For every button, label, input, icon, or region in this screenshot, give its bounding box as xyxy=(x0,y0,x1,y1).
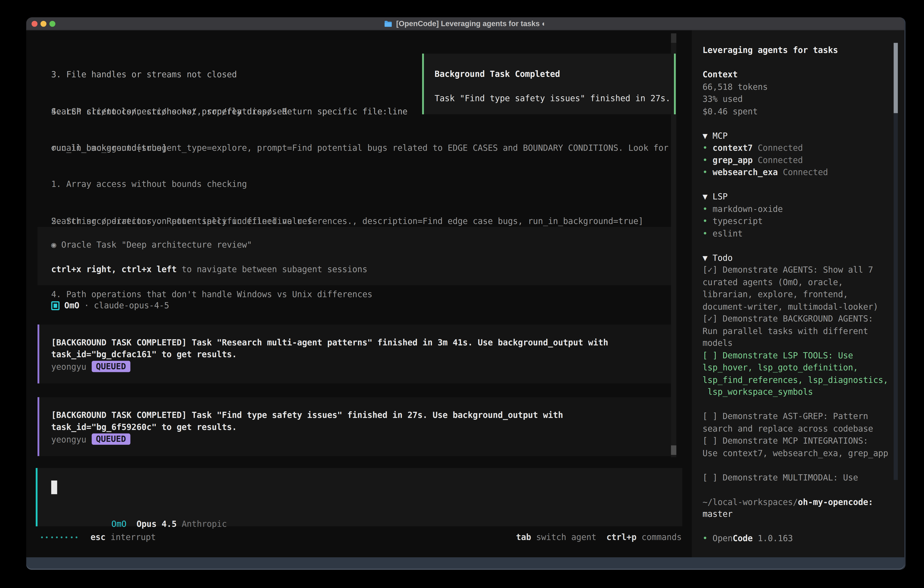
tool-call-item: 1. Array access without bounds checking xyxy=(51,178,668,190)
context-tokens: 66,518 tokens xyxy=(703,81,893,93)
tool-call-head: call_omo_agent [subagent_type=explore, p… xyxy=(61,142,668,152)
agent-name: OmO xyxy=(64,299,79,312)
task-user: yeongyu xyxy=(51,433,86,446)
esc-key-label: interrupt xyxy=(111,531,156,543)
agent-model: claude-opus-4-5 xyxy=(94,299,169,312)
input-provider: Anthropic xyxy=(182,519,227,529)
oracle-task-title: Oracle Task "Deep architecture review" xyxy=(61,240,252,249)
background-task-message: [BACKGROUND TASK COMPLETED] Task "Resear… xyxy=(38,324,672,383)
status-badge: QUEUED xyxy=(92,361,130,372)
notification-title: Background Task Completed xyxy=(435,68,674,80)
omo-agent-icon xyxy=(51,301,59,310)
mcp-section-header[interactable]: MCP xyxy=(703,130,893,142)
keyboard-hint-text: to navigate between subagent sessions xyxy=(177,264,368,274)
fisheye-icon: ◉ xyxy=(51,240,56,249)
todo-section-header[interactable]: Todo xyxy=(703,251,893,264)
ctrlp-key-hint: ctrl+p xyxy=(606,531,636,543)
spinner-dots-icon xyxy=(41,537,78,538)
chat-area: 3. File handles or streams not closed 4.… xyxy=(26,30,692,557)
lsp-item: eslint xyxy=(703,227,893,239)
todo-item: [✓] Demonstrate BACKGROUND AGENTS: Run p… xyxy=(703,313,893,349)
sidebar-scrollbar-thumb[interactable] xyxy=(894,43,898,113)
task-user: yeongyu xyxy=(51,361,86,373)
chat-scrollbar-thumb-top[interactable] xyxy=(671,33,676,43)
window-bottom-frame xyxy=(26,557,904,570)
oracle-task-panel: ◉ Oracle Task "Deep architecture review"… xyxy=(38,227,672,285)
ctrlp-key-label: commands xyxy=(642,531,682,543)
background-task-notification: Background Task Completed Task "Find typ… xyxy=(422,54,676,114)
context-used: 33% used xyxy=(703,93,893,105)
workspace-branch: master xyxy=(703,508,893,520)
zoom-button[interactable] xyxy=(50,21,55,27)
minimize-button[interactable] xyxy=(40,21,46,27)
input-agent-name: OmO xyxy=(111,519,126,529)
session-sidebar: Leveraging agents for tasks Context 66,5… xyxy=(692,30,904,557)
session-title: Leveraging agents for tasks xyxy=(703,44,893,56)
text-cursor xyxy=(51,481,57,494)
separator-dot: · xyxy=(84,299,89,312)
agent-header: OmO · claude-opus-4-5 xyxy=(51,299,169,312)
todo-item: [ ] Demonstrate MULTIMODAL: Use xyxy=(703,471,893,484)
todo-item-active: [ ] Demonstrate LSP TOOLS: Use lsp_hover… xyxy=(703,349,893,398)
workspace-path: ~/local-workspaces/oh-my-opencode: xyxy=(703,496,893,508)
background-task-message: [BACKGROUND TASK COMPLETED] Task "Find t… xyxy=(38,397,672,456)
desktop: [OpenCode] Leveraging agents for tasks ◐… xyxy=(0,0,924,588)
status-badge: QUEUED xyxy=(92,434,130,445)
titlebar[interactable]: [OpenCode] Leveraging agents for tasks ◐ xyxy=(26,17,904,30)
todo-item: [ ] Demonstrate AST-GREP: Pattern search… xyxy=(703,410,893,434)
input-model: Opus 4.5 xyxy=(137,519,177,529)
tab-key-label: switch agent xyxy=(536,531,596,543)
todo-item: [ ] Demonstrate MCP INTEGRATIONS: Use co… xyxy=(703,435,893,459)
lsp-item: markdown-oxide xyxy=(703,203,893,215)
tool-call-item: 4. Path operations that don't handle Win… xyxy=(51,288,668,300)
opencode-version: OpenCode 1.0.163 xyxy=(703,532,893,545)
context-heading: Context xyxy=(703,68,893,81)
opencode-window: [OpenCode] Leveraging agents for tasks ◐… xyxy=(26,17,906,570)
context-spent: $0.46 spent xyxy=(703,105,893,117)
tab-key-hint: tab xyxy=(516,531,531,543)
todo-item: [✓] Demonstrate AGENTS: Show all 7 curat… xyxy=(703,264,893,313)
gear-icon: ⚙ xyxy=(51,142,56,152)
mcp-item: grep_app Connected xyxy=(703,154,893,166)
folder-icon xyxy=(384,20,393,27)
lsp-item: typescript xyxy=(703,215,893,227)
mcp-item: websearch_exa Connected xyxy=(703,166,893,178)
esc-key-hint: esc xyxy=(91,531,106,543)
status-bar: esc interrupt tab switch agent ctrl+p co… xyxy=(41,531,682,543)
lsp-section-header[interactable]: LSP xyxy=(703,190,893,203)
close-button[interactable] xyxy=(31,21,38,27)
window-title: [OpenCode] Leveraging agents for tasks ◐ xyxy=(396,17,546,30)
traffic-lights xyxy=(31,21,56,27)
prompt-input[interactable]: OmO Opus 4.5 Anthropic xyxy=(36,468,682,526)
mcp-item: context7 Connected xyxy=(703,142,893,154)
chat-scrollbar-thumb-bottom[interactable] xyxy=(671,446,676,455)
keyboard-hint-keys: ctrl+x right, ctrl+x left xyxy=(51,264,177,274)
notification-body: Task "Find type safety issues" finished … xyxy=(435,92,674,105)
